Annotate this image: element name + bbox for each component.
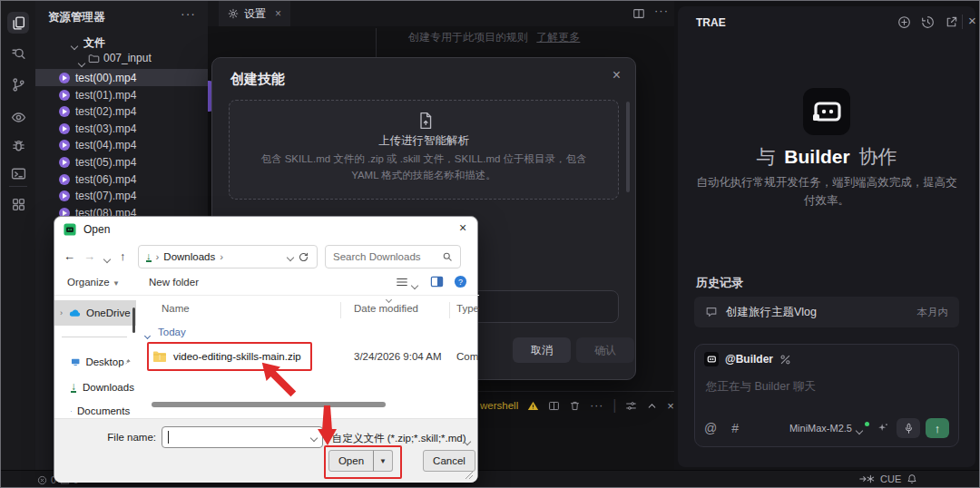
history-item[interactable]: 创建旅行主题Vlog 本月内 xyxy=(694,297,959,327)
tab-close-icon[interactable]: × xyxy=(275,7,281,20)
sparkle-icon[interactable] xyxy=(877,422,889,434)
breadcrumb[interactable]: Downloads xyxy=(163,251,215,262)
desktop-icon xyxy=(71,356,80,368)
search-icon xyxy=(442,251,453,262)
refresh-icon[interactable] xyxy=(298,251,309,263)
organize-button[interactable]: Organize ▼ xyxy=(67,277,120,288)
source-control-icon[interactable] xyxy=(7,73,29,95)
preview-eye-icon[interactable] xyxy=(7,106,29,128)
debug-bug-icon[interactable] xyxy=(7,135,29,157)
new-folder-button[interactable]: New folder xyxy=(149,277,199,288)
send-button[interactable]: ↑ xyxy=(926,418,949,438)
mention-button[interactable]: @ xyxy=(704,421,717,435)
view-chevron-icon[interactable] xyxy=(412,279,417,290)
nav-item-desktop[interactable]: Desktop xyxy=(54,351,136,373)
model-chevron-icon[interactable] xyxy=(857,421,862,437)
upload-file-icon xyxy=(417,112,434,130)
bell-icon[interactable] xyxy=(906,473,917,484)
explorer-icon[interactable] xyxy=(7,12,29,34)
back-icon[interactable]: ← xyxy=(64,249,75,263)
file-name-input[interactable] xyxy=(162,426,323,448)
toolbar-divider xyxy=(54,295,479,296)
up-icon[interactable]: ↑ xyxy=(120,249,126,263)
cue-icon xyxy=(859,473,875,484)
skills-icon[interactable] xyxy=(779,354,791,366)
preview-pane-icon[interactable] xyxy=(430,275,444,288)
file-row[interactable]: test(03).mp4 xyxy=(35,120,208,137)
chat-mention[interactable]: @Builder xyxy=(725,353,773,366)
file-row[interactable]: test(00).mp4 xyxy=(35,69,208,86)
chat-context-row: @Builder xyxy=(704,352,791,366)
panel-expand-icon[interactable] xyxy=(646,400,658,412)
column-header-date[interactable]: Date modified xyxy=(354,303,418,314)
expand-chevron-icon[interactable]: › xyxy=(60,308,63,317)
explorer-more-button[interactable]: ··· xyxy=(181,6,196,21)
file-row[interactable]: test(07).mp4 xyxy=(35,187,208,204)
modal-confirm-button[interactable]: 确认 xyxy=(576,337,634,363)
panel-close-icon[interactable]: × xyxy=(968,13,976,28)
upload-dropzone[interactable]: 上传进行智能解析 包含 SKILL.md 文件的 .zip 或 .skill 文… xyxy=(229,100,619,200)
terminal-more-icon[interactable]: ··· xyxy=(590,399,603,412)
help-icon[interactable]: ? xyxy=(454,275,467,288)
modal-cancel-button[interactable]: 取消 xyxy=(513,337,571,363)
new-chat-icon[interactable] xyxy=(897,15,911,29)
group-label[interactable]: Today xyxy=(158,327,186,337)
editor-more-icon[interactable]: ··· xyxy=(654,4,669,17)
group-chevron-icon[interactable] xyxy=(145,329,150,340)
column-header-type[interactable]: Type xyxy=(456,303,479,314)
cue-status[interactable]: CUE xyxy=(859,473,917,484)
open-file-dialog: Open × ← → ↑ ↓ › Downloads › Search Down… xyxy=(54,216,478,483)
tree-section-files[interactable]: 文件 xyxy=(83,35,105,51)
console-icon[interactable] xyxy=(7,162,29,184)
nav-scrollbar[interactable] xyxy=(132,307,135,333)
model-selector[interactable]: MiniMax-M2.5 xyxy=(789,423,852,434)
file-row[interactable]: test(06).mp4 xyxy=(35,171,208,188)
resize-grip[interactable] xyxy=(463,469,474,480)
apps-grid-icon[interactable] xyxy=(7,193,29,215)
filter-chevron-icon[interactable] xyxy=(465,435,470,446)
folder-chevron-icon[interactable] xyxy=(79,54,84,70)
file-row[interactable]: test(04).mp4 xyxy=(35,136,208,153)
panel-close-icon[interactable]: × xyxy=(667,399,674,413)
context-button[interactable]: # xyxy=(731,421,739,435)
split-terminal-icon[interactable] xyxy=(548,400,560,412)
history-chevron-icon[interactable] xyxy=(104,253,110,264)
search-box[interactable]: Search Downloads xyxy=(325,245,461,268)
forward-icon[interactable]: → xyxy=(83,249,95,263)
section-chevron-icon[interactable] xyxy=(72,36,77,53)
history-item-label: 创建旅行主题Vlog xyxy=(726,305,817,320)
split-editor-icon[interactable] xyxy=(632,7,645,20)
column-header-name[interactable]: Name xyxy=(162,303,190,314)
history-icon[interactable] xyxy=(921,15,935,29)
address-chevron-icon[interactable] xyxy=(288,251,293,262)
view-list-icon[interactable] xyxy=(396,276,408,288)
file-row[interactable]: test(05).mp4 xyxy=(35,153,208,171)
modal-scrollbar[interactable] xyxy=(626,102,630,192)
trash-icon[interactable] xyxy=(569,400,581,412)
settings-panel-edge xyxy=(376,28,377,59)
app-icon xyxy=(64,223,76,236)
dialog-close-icon[interactable]: × xyxy=(459,220,466,235)
panel-heading: 与 Builder 协作 xyxy=(678,144,975,170)
search-icon[interactable] xyxy=(7,43,29,64)
tab-settings[interactable]: 设置 × xyxy=(219,1,290,26)
modal-close-icon[interactable]: × xyxy=(612,67,621,83)
nav-item-onedrive[interactable]: › OneDrive xyxy=(54,300,136,326)
mic-button[interactable] xyxy=(897,418,920,438)
tree-folder[interactable]: 007_input xyxy=(103,52,152,64)
learn-more-link[interactable]: 了解更多 xyxy=(536,31,580,44)
terminal-settings-icon[interactable] xyxy=(625,400,637,412)
file-row[interactable]: test(01).mp4 xyxy=(35,86,208,103)
open-external-icon[interactable] xyxy=(945,15,958,29)
nav-item-downloads[interactable]: ↓ Downloads xyxy=(54,376,136,398)
file-type-filter[interactable]: 自定义文件 (*.zip;*.skill;*.md) xyxy=(332,432,466,445)
play-icon xyxy=(59,140,70,151)
address-bar[interactable]: ↓ › Downloads › xyxy=(138,245,318,268)
play-icon xyxy=(59,190,70,201)
horizontal-scrollbar[interactable] xyxy=(152,402,386,407)
builder-chip-icon xyxy=(704,352,719,366)
terminal-tab[interactable]: wershell xyxy=(480,400,518,411)
trae-panel: TRAE × 与 Builder 协作 自动化执行常规开发任务，端到端高效完成，… xyxy=(678,6,975,467)
chat-input-card[interactable]: @Builder 您正在与 Builder 聊天 @ # MiniMax-M2.… xyxy=(694,344,959,447)
file-row[interactable]: test(02).mp4 xyxy=(35,102,208,120)
